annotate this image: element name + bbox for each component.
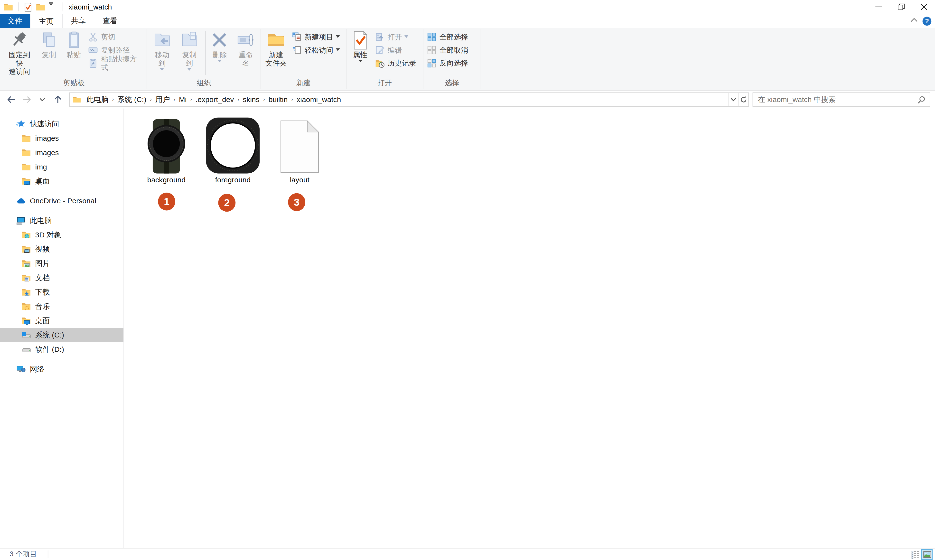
breadcrumb-segment[interactable]: skins	[241, 95, 261, 104]
ribbon-button[interactable]: 新建 文件夹	[263, 29, 290, 68]
sidebar-item-images[interactable]: images	[0, 146, 123, 160]
sidebar-item-音乐[interactable]: 音乐	[0, 299, 123, 314]
annotation-badge-1: 1	[158, 192, 175, 210]
copy-to-icon	[180, 31, 199, 49]
sidebar-item-网络[interactable]: 网络	[0, 362, 123, 377]
address-bar[interactable]: 此电脑›系统 (C:)›用户›Mi›.export_dev›skins›buil…	[69, 92, 749, 107]
ribbon-button[interactable]: 编辑	[373, 45, 419, 55]
ribbon: 固定到快 速访问复制粘贴剪切复制路径粘贴快捷方式剪贴板移动到复制到删除重命名组织…	[0, 28, 935, 91]
breadcrumb: 此电脑›系统 (C:)›用户›Mi›.export_dev›skins›buil…	[85, 94, 728, 105]
ribbon-small-buttons: 全部选择全部取消反向选择	[424, 29, 471, 68]
ribbon-button[interactable]: 打开	[373, 32, 419, 42]
ribbon-button[interactable]: 粘贴	[62, 29, 86, 59]
ribbon-button[interactable]: 复制到	[176, 29, 203, 71]
ribbon-button[interactable]: 全部取消	[424, 45, 471, 55]
breadcrumb-segment[interactable]: 此电脑	[85, 94, 110, 105]
minimize-button[interactable]	[867, 0, 890, 14]
sidebar-item-桌面[interactable]: 桌面	[0, 314, 123, 328]
breadcrumb-separator-icon[interactable]: ›	[236, 97, 241, 103]
tab-查看[interactable]: 查看	[94, 14, 126, 28]
watch-bezel-thumbnail	[206, 117, 260, 173]
breadcrumb-separator-icon[interactable]: ›	[172, 97, 177, 103]
ribbon-button[interactable]: 重命名	[232, 29, 259, 68]
thumbnails-view-button[interactable]	[921, 549, 933, 560]
breadcrumb-segment[interactable]: Mi	[177, 95, 188, 104]
ribbon-button[interactable]: 历史记录	[373, 58, 419, 68]
history-icon	[375, 58, 384, 68]
properties-quick-icon[interactable]	[23, 2, 33, 12]
sidebar-item-此电脑[interactable]: 此电脑	[0, 214, 123, 228]
tab-file[interactable]: 文件	[0, 14, 30, 28]
file-background[interactable]: background	[136, 117, 197, 184]
divider	[205, 31, 205, 75]
ribbon-button[interactable]: 属性	[348, 29, 373, 63]
breadcrumb-segment[interactable]: 系统 (C:)	[116, 94, 148, 105]
sidebar-item-图片[interactable]: 图片	[0, 256, 123, 271]
sidebar-item-快速访问[interactable]: 快速访问	[0, 117, 123, 131]
sidebar-item-软件-(d:)[interactable]: 软件 (D:)	[0, 342, 123, 357]
ribbon-button[interactable]: 移动到	[149, 29, 176, 71]
help-icon[interactable]: ?	[923, 16, 932, 25]
breadcrumb-segment[interactable]: builtin	[267, 95, 289, 104]
breadcrumb-separator-icon[interactable]: ›	[261, 97, 267, 103]
details-view-button[interactable]	[909, 549, 921, 560]
refresh-icon[interactable]	[738, 93, 749, 106]
close-button[interactable]	[912, 0, 935, 14]
ribbon-group-label: 选择	[424, 77, 480, 90]
tab-共享[interactable]: 共享	[63, 14, 94, 28]
ribbon-button[interactable]: 新建项目	[290, 32, 342, 42]
sidebar-item-系统-(c:)[interactable]: 系统 (C:)	[0, 328, 123, 342]
ribbon-button[interactable]: 粘贴快捷方式	[86, 58, 146, 68]
copy-path-icon	[88, 45, 98, 55]
ribbon-group-label: 剪贴板	[2, 77, 146, 90]
breadcrumb-separator-icon[interactable]: ›	[110, 97, 116, 103]
forward-button[interactable]	[19, 92, 35, 107]
ribbon-button[interactable]: 固定到快 速访问	[2, 29, 37, 76]
breadcrumb-segment[interactable]: xiaomi_watch	[295, 95, 343, 104]
file-foreground[interactable]: foreground	[202, 117, 263, 184]
sidebar-item-onedrive---personal[interactable]: OneDrive - Personal	[0, 194, 123, 208]
ribbon-button[interactable]: 反向选择	[424, 58, 471, 68]
back-button[interactable]	[4, 92, 19, 107]
customize-toolbar-caret-icon[interactable]	[48, 2, 58, 12]
search-input[interactable]	[753, 93, 930, 106]
tab-主页[interactable]: 主页	[30, 14, 63, 28]
sidebar-item-文档[interactable]: 文档	[0, 271, 123, 285]
restore-button[interactable]	[890, 0, 912, 14]
collapse-ribbon-icon[interactable]	[910, 15, 918, 26]
invert-selection-icon	[427, 58, 436, 68]
recent-locations-chevron-icon[interactable]	[35, 92, 50, 107]
divider	[63, 2, 63, 11]
ribbon-button[interactable]: 剪切	[86, 32, 146, 42]
address-dropdown-icon[interactable]	[728, 93, 738, 106]
ribbon-button-label: 全部选择	[440, 32, 468, 41]
breadcrumb-segment[interactable]: 用户	[154, 94, 172, 105]
new-folder-quick-icon[interactable]	[36, 2, 45, 12]
ribbon-button[interactable]: 轻松访问	[290, 45, 342, 55]
breadcrumb-separator-icon[interactable]: ›	[289, 97, 295, 103]
breadcrumb-separator-icon[interactable]: ›	[148, 97, 154, 103]
sidebar-item-images[interactable]: images	[0, 131, 123, 146]
ribbon-button[interactable]: 复制	[37, 29, 62, 59]
ribbon-button-label: 固定到快 速访问	[5, 51, 34, 76]
ribbon-button[interactable]: 删除	[207, 29, 232, 63]
ribbon-button-label: 反向选择	[440, 58, 468, 67]
ribbon-button[interactable]: 复制路径	[86, 45, 146, 55]
file-layout[interactable]: layout	[269, 117, 330, 184]
sidebar-item-label: 桌面	[35, 176, 50, 186]
sidebar-item-视频[interactable]: 视频	[0, 242, 123, 256]
sidebar-item-桌面[interactable]: 桌面	[0, 174, 123, 188]
breadcrumb-segment[interactable]: .export_dev	[194, 95, 236, 104]
search-box[interactable]	[753, 92, 930, 107]
sidebar-item-3d-对象[interactable]: 3D 对象	[0, 228, 123, 242]
properties-icon	[351, 31, 370, 49]
sidebar-item-下载[interactable]: 下载	[0, 285, 123, 300]
sidebar-item-img[interactable]: img	[0, 160, 123, 174]
sidebar-item-label: images	[35, 134, 59, 142]
breadcrumb-separator-icon[interactable]: ›	[188, 97, 194, 103]
this-pc-icon	[16, 216, 26, 225]
up-button[interactable]	[50, 92, 66, 107]
sidebar-item-label: 图片	[35, 258, 50, 269]
item-count: 3 个项目	[9, 549, 37, 560]
ribbon-button[interactable]: 全部选择	[424, 32, 471, 42]
